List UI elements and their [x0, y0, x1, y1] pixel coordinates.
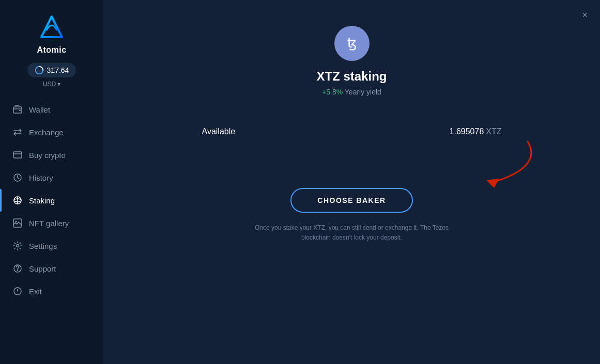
sidebar-item-exit-label: Exit	[29, 287, 42, 296]
choose-baker-button[interactable]: CHOOSE BAKER	[290, 188, 412, 213]
available-row: Available 1.695078XTZ	[171, 117, 533, 147]
svg-point-9	[16, 221, 17, 223]
currency-selector[interactable]: USD ▾	[43, 81, 60, 88]
balance-container[interactable]: 317.64	[27, 63, 76, 77]
settings-icon	[12, 241, 23, 251]
buy-crypto-icon	[12, 150, 23, 160]
currency-chevron: ▾	[57, 81, 60, 88]
sidebar-item-staking[interactable]: Staking	[0, 189, 103, 212]
yield-value: +5.8%	[322, 88, 343, 96]
nav-menu: Wallet Exchange Buy crypto	[0, 98, 103, 303]
nft-gallery-icon	[12, 218, 23, 228]
action-area: CHOOSE BAKER Once you stake your XTZ, yo…	[124, 188, 579, 243]
sidebar-item-exit[interactable]: Exit	[0, 280, 103, 303]
sidebar-item-exchange-label: Exchange	[29, 128, 64, 137]
svg-rect-2	[19, 110, 21, 111]
sidebar-item-history-label: History	[29, 173, 53, 182]
available-amount-value: 1.695078	[450, 127, 484, 136]
available-label: Available	[202, 127, 236, 136]
staking-info-text: Once you stake your XTZ, you can still s…	[254, 223, 450, 243]
currency-label: USD	[43, 81, 56, 88]
support-icon	[12, 263, 23, 274]
balance-icon	[35, 66, 44, 75]
sidebar-item-nft-gallery[interactable]: NFT gallery	[0, 212, 103, 234]
sidebar-item-wallet[interactable]: Wallet	[0, 98, 103, 121]
yearly-yield-label: Yearly yield	[345, 88, 381, 96]
sidebar-item-nft-gallery-label: NFT gallery	[29, 219, 69, 228]
sidebar-item-support[interactable]: Support	[0, 257, 103, 280]
svg-text:ꜩ: ꜩ	[347, 36, 357, 51]
staking-title: XTZ staking	[316, 69, 387, 84]
exchange-icon	[12, 127, 23, 137]
close-button[interactable]: ×	[582, 10, 588, 20]
sidebar-item-buy-crypto-label: Buy crypto	[29, 151, 66, 160]
sidebar-item-history[interactable]: History	[0, 166, 103, 189]
exit-icon	[12, 286, 23, 296]
balance-amount: 317.64	[47, 66, 69, 74]
sidebar-item-settings[interactable]: Settings	[0, 234, 103, 257]
svg-marker-14	[486, 179, 499, 188]
svg-rect-3	[13, 152, 22, 158]
sidebar-item-exchange[interactable]: Exchange	[0, 121, 103, 144]
logo-container: Atomic	[36, 12, 67, 55]
atomic-logo-icon	[36, 12, 67, 43]
wallet-icon	[12, 104, 23, 115]
available-amount: 1.695078XTZ	[450, 127, 502, 136]
coin-avatar: ꜩ	[334, 26, 370, 61]
sidebar-item-buy-crypto[interactable]: Buy crypto	[0, 144, 103, 166]
main-content: × ꜩ XTZ staking +5.8% Yearly yield Avail…	[103, 0, 600, 364]
xtz-logo: ꜩ	[342, 33, 362, 54]
app-name: Atomic	[37, 45, 66, 55]
staking-header: ꜩ XTZ staking +5.8% Yearly yield	[316, 26, 387, 96]
history-icon	[12, 172, 23, 183]
sidebar: Atomic 317.64 USD ▾ Wallet	[0, 0, 103, 364]
svg-point-10	[17, 245, 19, 247]
sidebar-item-staking-label: Staking	[29, 196, 55, 205]
svg-rect-1	[13, 107, 22, 113]
sidebar-item-settings-label: Settings	[29, 242, 57, 250]
yearly-yield: +5.8% Yearly yield	[322, 88, 381, 96]
staking-icon	[12, 195, 23, 205]
sidebar-item-support-label: Support	[29, 264, 56, 273]
available-currency: XTZ	[486, 127, 501, 136]
sidebar-item-wallet-label: Wallet	[29, 105, 50, 114]
